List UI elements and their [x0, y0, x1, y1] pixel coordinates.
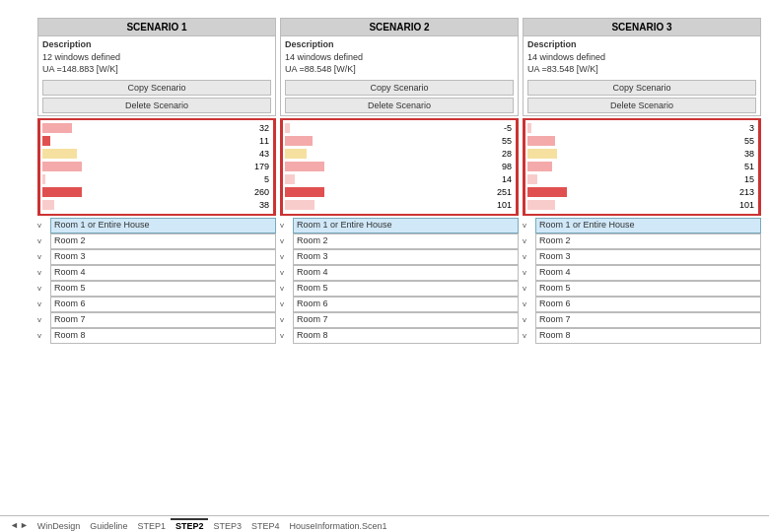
room-row-2-8: vRoom 8: [280, 328, 519, 344]
result-row-3-3: 38: [525, 148, 758, 161]
room-dropdown-arrow-2-7[interactable]: v: [280, 315, 290, 324]
bar-container-3-3: [527, 149, 567, 159]
room-input-3-1[interactable]: Room 1 or Entire House: [535, 218, 761, 233]
delete-scenario-btn-1[interactable]: Delete Scenario: [42, 98, 271, 113]
bar-container-3-6: [527, 187, 567, 197]
result-row-1-7: 38: [40, 199, 273, 212]
room-input-2-6[interactable]: Room 6: [293, 297, 519, 312]
copy-scenario-btn-3[interactable]: Copy Scenario: [527, 80, 756, 96]
room-dropdown-arrow-1-1[interactable]: v: [37, 221, 47, 230]
result-row-1-2: 11: [40, 135, 273, 148]
room-dropdown-arrow-3-8[interactable]: v: [523, 331, 532, 340]
room-input-3-7[interactable]: Room 7: [535, 312, 761, 328]
tab-house-info[interactable]: HouseInformation.Scen1: [284, 518, 391, 532]
room-input-2-5[interactable]: Room 5: [293, 281, 519, 297]
room-row-1-1: vRoom 1 or Entire House: [37, 218, 276, 233]
room-dropdown-arrow-3-3[interactable]: v: [523, 252, 532, 261]
tab-win-design[interactable]: WinDesign: [33, 518, 86, 532]
room-input-2-2[interactable]: Room 2: [293, 233, 519, 249]
room-input-3-5[interactable]: Room 5: [535, 281, 761, 297]
result-row-3-4: 51: [525, 161, 758, 173]
scenario-buttons-1: Copy ScenarioDelete Scenario: [38, 78, 275, 115]
scenario-info-3: Description14 windows definedUA =83.548 …: [524, 36, 760, 78]
room-input-2-4[interactable]: Room 4: [293, 265, 519, 281]
room-dropdown-arrow-1-4[interactable]: v: [37, 268, 47, 277]
room-input-1-2[interactable]: Room 2: [50, 233, 276, 249]
room-input-2-7[interactable]: Room 7: [293, 312, 519, 328]
room-dropdown-arrow-2-1[interactable]: v: [280, 221, 290, 230]
tab-guideline[interactable]: Guideline: [85, 518, 132, 532]
result-value-2-3: 28: [324, 149, 514, 159]
room-dropdown-arrow-3-6[interactable]: v: [523, 299, 532, 308]
tab-prev-btn[interactable]: ◄: [10, 520, 19, 530]
bar-container-3-5: [527, 174, 567, 184]
delete-scenario-btn-3[interactable]: Delete Scenario: [527, 98, 756, 113]
room-input-3-4[interactable]: Room 4: [535, 265, 761, 281]
bar-fill-2-5: [285, 174, 295, 184]
bar-fill-2-7: [285, 200, 315, 210]
room-dropdown-arrow-3-7[interactable]: v: [523, 315, 532, 324]
room-dropdown-arrow-2-5[interactable]: v: [280, 284, 290, 293]
room-input-1-7[interactable]: Room 7: [50, 312, 276, 328]
room-input-3-6[interactable]: Room 6: [535, 297, 761, 312]
room-input-1-3[interactable]: Room 3: [50, 249, 276, 265]
room-row-1-4: vRoom 4: [37, 265, 276, 281]
room-row-1-6: vRoom 6: [37, 297, 276, 312]
scenario-col-2: SCENARIO 2Description14 windows definedU…: [280, 18, 519, 344]
room-input-2-3[interactable]: Room 3: [293, 249, 519, 265]
room-dropdown-arrow-2-3[interactable]: v: [280, 252, 290, 261]
scenarios-wrapper: SCENARIO 1Description12 windows definedU…: [37, 18, 761, 515]
room-dropdown-arrow-1-8[interactable]: v: [37, 331, 47, 340]
copy-scenario-btn-2[interactable]: Copy Scenario: [285, 80, 514, 96]
delete-scenario-btn-2[interactable]: Delete Scenario: [285, 98, 514, 113]
room-dropdown-arrow-3-2[interactable]: v: [523, 236, 532, 245]
room-dropdown-arrow-2-6[interactable]: v: [280, 299, 290, 308]
room-dropdown-arrow-2-4[interactable]: v: [280, 268, 290, 277]
bar-container-1-4: [42, 162, 82, 171]
room-input-1-5[interactable]: Room 5: [50, 281, 276, 297]
room-input-1-4[interactable]: Room 4: [50, 265, 276, 281]
room-row-2-1: vRoom 1 or Entire House: [280, 218, 519, 233]
room-row-1-5: vRoom 5: [37, 281, 276, 297]
room-row-3-3: vRoom 3: [523, 249, 761, 265]
room-row-3-4: vRoom 4: [523, 265, 761, 281]
room-input-1-1[interactable]: Room 1 or Entire House: [50, 218, 276, 233]
bar-container-2-3: [285, 149, 324, 159]
room-dropdown-arrow-1-3[interactable]: v: [37, 252, 47, 261]
room-dropdown-arrow-3-5[interactable]: v: [523, 284, 532, 293]
scenarios-header-row: SCENARIO 1Description12 windows definedU…: [37, 18, 761, 344]
room-row-2-3: vRoom 3: [280, 249, 519, 265]
room-input-1-6[interactable]: Room 6: [50, 297, 276, 312]
tab-step1[interactable]: STEP1: [132, 518, 171, 532]
room-input-3-2[interactable]: Room 2: [535, 233, 761, 249]
room-input-1-8[interactable]: Room 8: [50, 328, 276, 344]
room-row-1-8: vRoom 8: [37, 328, 276, 344]
room-input-3-8[interactable]: Room 8: [535, 328, 761, 344]
tab-step3[interactable]: STEP3: [208, 518, 246, 532]
results-box-3: 355385115213101: [523, 118, 761, 216]
room-dropdown-arrow-2-8[interactable]: v: [280, 331, 290, 340]
bar-fill-1-1: [42, 123, 72, 133]
room-input-2-1[interactable]: Room 1 or Entire House: [293, 218, 519, 233]
copy-scenario-btn-1[interactable]: Copy Scenario: [42, 80, 271, 96]
room-dropdown-arrow-1-2[interactable]: v: [37, 236, 47, 245]
result-value-2-2: 55: [324, 136, 514, 146]
bar-fill-1-3: [42, 149, 77, 159]
tab-step2[interactable]: STEP2: [171, 518, 209, 532]
scenario-title-1: SCENARIO 1: [38, 19, 275, 36]
room-dropdown-arrow-1-5[interactable]: v: [37, 284, 47, 293]
result-row-3-6: 213: [525, 186, 758, 199]
room-input-2-8[interactable]: Room 8: [293, 328, 519, 344]
bar-fill-1-7: [42, 200, 54, 210]
room-dropdown-arrow-2-2[interactable]: v: [280, 236, 290, 245]
room-input-3-3[interactable]: Room 3: [535, 249, 761, 265]
room-dropdown-arrow-1-6[interactable]: v: [37, 299, 47, 308]
room-dropdown-arrow-3-1[interactable]: v: [523, 221, 532, 230]
scenario-col-3: SCENARIO 3Description14 windows definedU…: [523, 18, 761, 344]
tab-next-btn[interactable]: ►: [20, 520, 29, 530]
tab-step4[interactable]: STEP4: [246, 518, 285, 532]
result-row-3-7: 101: [525, 199, 758, 212]
result-value-1-1: 32: [82, 123, 271, 133]
room-dropdown-arrow-3-4[interactable]: v: [523, 268, 532, 277]
room-dropdown-arrow-1-7[interactable]: v: [37, 315, 47, 324]
